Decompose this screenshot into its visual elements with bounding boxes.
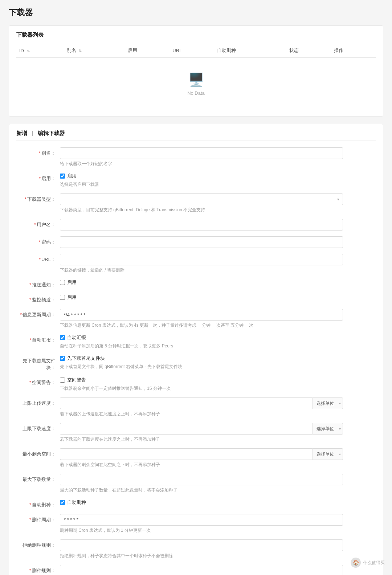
content-delete-rules: 删种规则，种子状态符合其中一个时即触发删除种子操作 [60,565,343,575]
unit-download-limit-wrap: 选择单位 ▾ [313,423,343,435]
content-seq-download: 先下载首尾文件块 先下载首尾文件块，同 qBittorrent 右键菜单 - 先… [60,355,343,370]
input-min-free-space[interactable] [60,448,313,460]
input-delete-cycle[interactable] [60,514,343,526]
page-title: 下载器 [9,7,383,18]
label-password: *密码： [16,236,60,245]
content-auto-delete: 自动删种 [60,499,343,506]
field-enabled-row: *启用： 启用 选择是否启用下载器 [16,173,376,188]
input-alias[interactable] [60,147,343,159]
select-unit-upload[interactable]: 选择单位 [313,397,343,409]
watermark-icon: 🏠 [351,558,361,568]
col-alias[interactable]: 别名 ⇅ [64,44,125,58]
content-upload-limit: 选择单位 ▾ 若下载器的上传速度在此速度之上时，不再添加种子 [60,397,343,417]
hint-max-downloads: 最大的下载活动种子数量，在超过此数量时，将不会添加种子 [60,487,343,493]
label-upload-limit: 上限上传速度： [16,397,60,407]
label-reject-delete-rules: 拒绝删种规则： [16,539,60,549]
input-download-limit[interactable] [60,423,313,435]
field-username-row: *用户名： [16,219,376,231]
no-data-label: No Data [187,90,205,96]
hint-min-free-space: 若下载器的剩余空间在此空间之下时，不再添加种子 [60,461,343,468]
content-delete-cycle: 删种周期 Cron 表达式，默认为 1 分钟更新一次 [60,514,343,534]
input-delete-rules[interactable] [60,565,343,575]
checkbox-monitor-channel[interactable] [60,295,65,300]
content-alias: 给下载器取一个好记的名字 [60,147,343,167]
min-free-space-input-group: 选择单位 ▾ [60,448,343,460]
content-download-limit: 选择单位 ▾ 若下载器的下载速度在此速度之上时，不再添加种子 [60,423,343,443]
checkbox-push-notify[interactable] [60,280,65,285]
no-data-cell: 🖥️ No Data [16,58,376,111]
input-refresh-interval[interactable] [60,309,343,321]
hint-type: 下载器类型，目前完整支持 qBittorrent, Deluge 和 Trans… [60,207,343,213]
sort-icon-alias: ⇅ [79,49,82,53]
content-auto-report: 自动汇报 自动在种子添加后的第 5 分钟时汇报一次，获取更多 Peers [60,334,343,349]
unit-upload-limit-wrap: 选择单位 ▾ [313,397,343,409]
checkbox-seq-download-label[interactable]: 先下载首尾文件块 [60,355,105,362]
input-username[interactable] [60,219,343,231]
col-actions: 操作 [331,44,376,58]
hint-space-warning: 下载器剩余空间小于一定值时推送警告通知，15 分钟一次 [60,385,343,392]
checkbox-push-notify-label[interactable]: 启用 [60,279,77,286]
label-auto-delete: *自动删种： [16,499,60,508]
downloader-table-wrap: ID ⇅ 别名 ⇅ 启用 URL 自动删种 状态 操作 [16,44,376,110]
field-refresh-interval-row: *信息更新周期： 下载器信息更新 Cron 表达式，默认为 4s 更新一次，种子… [16,309,376,329]
checkbox-auto-delete[interactable] [60,500,65,505]
checkbox-enabled-label[interactable]: 启用 [60,173,77,179]
hint-enabled: 选择是否启用下载器 [60,181,343,188]
field-type-row: *下载器类型： ▾ 下载器类型，目前完整支持 qBittorrent, Delu… [16,193,376,213]
content-url: 下载器的链接，最后的 / 需要删除 [60,254,343,273]
form-card: 新增 | 编辑下载器 *别名： 给下载器取一个好记的名字 *启用： 启用 [9,124,383,575]
label-download-limit: 上限下载速度： [16,423,60,432]
checkbox-seq-download[interactable] [60,356,65,361]
unit-min-free-space-wrap: 选择单位 ▾ [313,448,343,460]
label-url: *URL： [16,254,60,263]
label-enabled: *启用： [16,173,60,182]
downloader-list-card: 下载器列表 ID ⇅ 别名 ⇅ 启用 URL 自 [9,25,383,117]
checkbox-space-warning-label[interactable]: 空间警告 [60,377,86,383]
input-password[interactable] [60,236,343,248]
content-max-downloads: 最大的下载活动种子数量，在超过此数量时，将不会添加种子 [60,474,343,493]
label-max-downloads: 最大下载数量： [16,474,60,483]
hint-download-limit: 若下载器的下载速度在此速度之上时，不再添加种子 [60,436,343,443]
hint-seq-download: 先下载首尾文件块，同 qBittorrent 右键菜单 - 先下载首尾文件块 [60,363,343,370]
checkbox-space-warning[interactable] [60,378,65,383]
label-alias: *别名： [16,147,60,156]
field-seq-download-row: 先下载首尾文件块： 先下载首尾文件块 先下载首尾文件块，同 qBittorren… [16,355,376,371]
content-username [60,219,343,231]
checkbox-auto-report[interactable] [60,335,65,340]
field-auto-delete-row: *自动删种： 自动删种 [16,499,376,508]
download-limit-input-group: 选择单位 ▾ [60,423,343,435]
hint-upload-limit: 若下载器的上传速度在此速度之上时，不再添加种子 [60,411,343,417]
input-reject-delete-rules[interactable] [60,539,343,551]
label-min-free-space: 最小剩余空间： [16,448,60,457]
checkbox-auto-delete-label[interactable]: 自动删种 [60,499,86,506]
col-id[interactable]: ID ⇅ [16,44,64,58]
hint-alias: 给下载器取一个好记的名字 [60,160,343,167]
label-push-notify: *推送通知： [16,279,60,288]
field-space-warning-row: *空间警告： 空间警告 下载器剩余空间小于一定值时推送警告通知，15 分钟一次 [16,377,376,392]
select-unit-download[interactable]: 选择单位 [313,423,343,435]
input-upload-limit[interactable] [60,397,313,409]
label-seq-download: 先下载首尾文件块： [16,355,60,371]
field-delete-cycle-row: *删种周期： 删种周期 Cron 表达式，默认为 1 分钟更新一次 [16,514,376,534]
field-download-limit-row: 上限下载速度： 选择单位 ▾ 若下载器的下载速度在此速度之上时，不再添加种子 [16,423,376,443]
checkbox-auto-report-label[interactable]: 自动汇报 [60,334,86,341]
hint-auto-report: 自动在种子添加后的第 5 分钟时汇报一次，获取更多 Peers [60,343,343,349]
field-auto-report-row: *自动汇报： 自动汇报 自动在种子添加后的第 5 分钟时汇报一次，获取更多 Pe… [16,334,376,349]
label-space-warning: *空间警告： [16,377,60,386]
input-url[interactable] [60,254,343,265]
checkbox-monitor-channel-label[interactable]: 启用 [60,294,77,301]
input-max-downloads[interactable] [60,474,343,485]
table-header-row: ID ⇅ 别名 ⇅ 启用 URL 自动删种 状态 操作 [16,44,376,58]
select-unit-min-free-space[interactable]: 选择单位 [313,448,343,460]
checkbox-enabled[interactable] [60,174,65,179]
label-username: *用户名： [16,219,60,228]
field-alias-row: *别名： 给下载器取一个好记的名字 [16,147,376,167]
select-type[interactable] [60,193,343,205]
upload-limit-input-group: 选择单位 ▾ [60,397,343,409]
field-password-row: *密码： [16,236,376,248]
field-monitor-channel-row: *监控频道： 启用 [16,294,376,303]
content-reject-delete-rules: 拒绝删种规则，种子状态符合其中一个时该种子不会被删除 [60,539,343,559]
content-min-free-space: 选择单位 ▾ 若下载器的剩余空间在此空间之下时，不再添加种子 [60,448,343,468]
hint-refresh-interval: 下载器信息更新 Cron 表达式，默认为 4s 更新一次，种子量过多请考虑 一分… [60,322,343,329]
content-space-warning: 空间警告 下载器剩余空间小于一定值时推送警告通知，15 分钟一次 [60,377,343,392]
